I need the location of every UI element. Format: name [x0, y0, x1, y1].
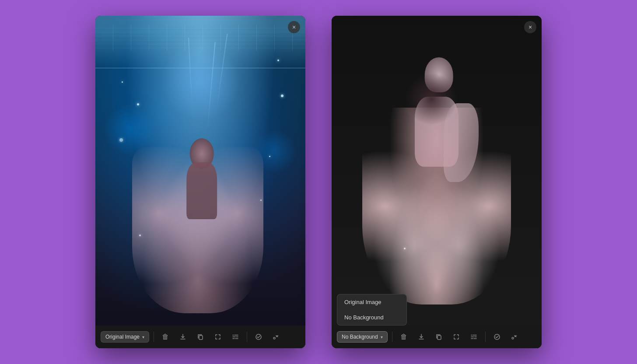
expand-button-right[interactable]	[449, 330, 463, 344]
svg-point-5	[512, 337, 514, 339]
svg-rect-0	[199, 336, 203, 340]
sparkle-6	[277, 60, 279, 61]
dropdown-label-left: Original Image	[105, 334, 140, 340]
sparkle-1	[122, 81, 123, 83]
delete-button-right[interactable]: 🗑	[397, 330, 411, 344]
download-button-right[interactable]	[414, 330, 428, 344]
svg-rect-3	[438, 336, 441, 340]
copy-button-left[interactable]	[193, 330, 207, 344]
background-dropdown-menu: Original Image No Background	[337, 294, 407, 326]
sparkle-5	[269, 156, 270, 157]
adjustments-button-right[interactable]	[467, 330, 481, 344]
download-button-left[interactable]	[176, 330, 190, 344]
glow-top	[161, 42, 240, 121]
image-mode-dropdown-right[interactable]: No Background ▾	[337, 331, 388, 343]
left-toolbar: Original Image ▾ 🗑	[95, 326, 305, 348]
image-mode-dropdown-left[interactable]: Original Image ▾	[101, 331, 149, 343]
adjustments-button-left[interactable]	[228, 330, 242, 344]
separator-r2	[485, 332, 486, 342]
body-left	[167, 138, 237, 322]
effects-button-right[interactable]	[508, 330, 522, 344]
right-toolbar: No Background ▾ 🗑	[332, 326, 542, 348]
bg-remove-button-right[interactable]	[490, 330, 504, 344]
chevron-down-icon-right: ▾	[381, 335, 383, 340]
close-button-right[interactable]: ×	[524, 21, 536, 33]
left-image-panel: × Original Image ▾ 🗑	[95, 16, 305, 348]
sparkle-2	[137, 103, 139, 105]
expand-button-left[interactable]	[211, 330, 225, 344]
separator-2	[247, 332, 247, 342]
sparkle-3	[119, 138, 123, 142]
close-button-left[interactable]: ×	[288, 21, 300, 33]
dropdown-item-no-bg[interactable]: No Background	[337, 310, 406, 325]
sparkle-4	[281, 94, 284, 97]
close-label-right: ×	[528, 24, 532, 31]
dropdown-label-right: No Background	[342, 334, 378, 340]
bg-remove-button-left[interactable]	[252, 330, 266, 344]
svg-point-2	[273, 337, 275, 339]
copy-button-right[interactable]	[432, 330, 446, 344]
separator-1	[154, 332, 154, 342]
chevron-down-icon-left: ▾	[142, 335, 144, 340]
separator-r1	[392, 332, 392, 342]
right-image-panel: Original Image No Background × No Backgr…	[332, 16, 542, 348]
effects-button-left[interactable]	[269, 330, 283, 344]
delete-button-left[interactable]: 🗑	[158, 330, 172, 344]
dropdown-item-original[interactable]: Original Image	[337, 294, 406, 310]
